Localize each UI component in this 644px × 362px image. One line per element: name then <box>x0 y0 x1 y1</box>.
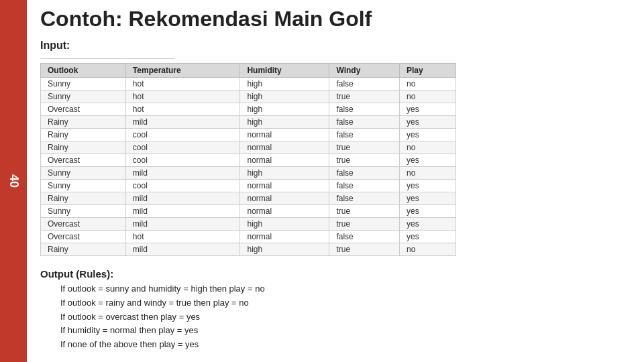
table-cell: normal <box>240 141 329 154</box>
output-section: Output (Rules): If outlook = sunny and h… <box>40 268 631 352</box>
table-cell: normal <box>240 231 329 243</box>
table-cell: true <box>329 141 400 154</box>
table-cell: Sunny <box>41 78 126 90</box>
table-cell: mild <box>125 167 240 180</box>
table-cell: Overcast <box>41 154 126 167</box>
table-cell: Rainy <box>41 243 126 256</box>
table-cell: Sunny <box>41 180 126 192</box>
table-cell: Overcast <box>41 231 126 243</box>
divider <box>40 58 174 59</box>
table-cell: true <box>329 90 400 103</box>
table-cell: cool <box>125 180 240 192</box>
table-row: Rainymildhighfalseyes <box>41 116 456 129</box>
table-cell: yes <box>399 180 455 192</box>
table-cell: high <box>240 78 329 90</box>
table-cell: high <box>240 218 329 231</box>
table-col-header: Outlook <box>41 64 126 78</box>
table-cell: high <box>240 167 329 180</box>
table-row: Rainymildnormalfalseyes <box>41 192 456 205</box>
table-cell: yes <box>399 129 455 141</box>
table-cell: hot <box>125 231 240 243</box>
table-cell: yes <box>399 205 455 218</box>
data-table: OutlookTemperatureHumidityWindyPlay Sunn… <box>40 63 456 256</box>
table-cell: hot <box>125 103 240 116</box>
rule-item: If outlook = overcast then play = yes <box>60 310 631 324</box>
left-bar: 40 <box>0 0 27 362</box>
table-cell: false <box>329 129 400 141</box>
table-cell: Overcast <box>41 218 126 231</box>
table-cell: no <box>399 141 455 154</box>
table-cell: Sunny <box>41 167 126 180</box>
table-cell: Rainy <box>41 141 126 154</box>
table-row: Sunnyhothighfalseno <box>41 78 456 90</box>
table-cell: false <box>329 78 400 90</box>
table-cell: true <box>329 205 400 218</box>
table-cell: mild <box>125 218 240 231</box>
table-cell: high <box>240 90 329 103</box>
table-cell: true <box>329 243 400 256</box>
table-cell: normal <box>240 205 329 218</box>
table-cell: normal <box>240 154 329 167</box>
header-row: OutlookTemperatureHumidityWindyPlay <box>41 64 456 78</box>
table-row: Sunnymildnormaltrueyes <box>41 205 456 218</box>
table-cell: no <box>399 167 455 180</box>
table-cell: true <box>329 218 400 231</box>
table-row: Rainycoolnormaltrueno <box>41 141 456 154</box>
slide-number: 40 <box>7 174 21 188</box>
table-cell: false <box>329 180 400 192</box>
page-title: Contoh: Rekomendasi Main Golf <box>40 7 631 32</box>
table-cell: yes <box>399 116 455 129</box>
input-label: Input: <box>40 40 631 52</box>
table-cell: false <box>329 116 400 129</box>
table-cell: Rainy <box>41 192 126 205</box>
table-cell: Rainy <box>41 129 126 141</box>
table-col-header: Windy <box>329 64 400 78</box>
table-cell: normal <box>240 180 329 192</box>
table-cell: normal <box>240 192 329 205</box>
page-container: 40 Contoh: Rekomendasi Main Golf Input: … <box>0 0 644 362</box>
rule-item: If none of the above then play = yes <box>60 338 631 352</box>
table-cell: cool <box>125 141 240 154</box>
table-header: OutlookTemperatureHumidityWindyPlay <box>41 64 456 78</box>
table-cell: no <box>399 90 455 103</box>
rule-item: If outlook = rainy and windy = true then… <box>60 296 631 310</box>
table-row: Rainymildhightrueno <box>41 243 456 256</box>
table-cell: mild <box>125 205 240 218</box>
table-cell: Rainy <box>41 116 126 129</box>
table-wrapper: OutlookTemperatureHumidityWindyPlay Sunn… <box>40 63 631 256</box>
table-cell: Sunny <box>41 205 126 218</box>
table-cell: high <box>240 116 329 129</box>
table-cell: mild <box>125 192 240 205</box>
table-cell: mild <box>125 243 240 256</box>
table-cell: no <box>399 78 455 90</box>
table-row: Overcastmildhightrueyes <box>41 218 456 231</box>
table-col-header: Humidity <box>240 64 329 78</box>
table-col-header: Temperature <box>125 64 240 78</box>
table-cell: true <box>329 154 400 167</box>
table-cell: false <box>329 167 400 180</box>
table-row: Overcasthotnormalfalseyes <box>41 231 456 243</box>
rule-item: If humidity = normal then play = yes <box>60 324 631 338</box>
table-cell: hot <box>125 90 240 103</box>
table-cell: normal <box>240 129 329 141</box>
table-row: Sunnyhothightrueno <box>41 90 456 103</box>
table-cell: Sunny <box>41 90 126 103</box>
table-row: Sunnycoolnormalfalseyes <box>41 180 456 192</box>
rule-item: If outlook = sunny and humidity = high t… <box>60 282 631 296</box>
output-label: Output (Rules): <box>40 268 631 280</box>
main-content: Contoh: Rekomendasi Main Golf Input: Out… <box>27 0 644 362</box>
table-cell: yes <box>399 231 455 243</box>
table-row: Rainycoolnormalfalseyes <box>41 129 456 141</box>
table-cell: high <box>240 243 329 256</box>
output-rules: If outlook = sunny and humidity = high t… <box>60 282 631 352</box>
table-cell: yes <box>399 103 455 116</box>
table-cell: Overcast <box>41 103 126 116</box>
table-cell: yes <box>399 192 455 205</box>
table-col-header: Play <box>399 64 455 78</box>
table-cell: yes <box>399 218 455 231</box>
table-cell: cool <box>125 129 240 141</box>
table-row: Sunnymildhighfalseno <box>41 167 456 180</box>
table-cell: false <box>329 192 400 205</box>
table-row: Overcastcoolnormaltrueyes <box>41 154 456 167</box>
table-cell: false <box>329 231 400 243</box>
